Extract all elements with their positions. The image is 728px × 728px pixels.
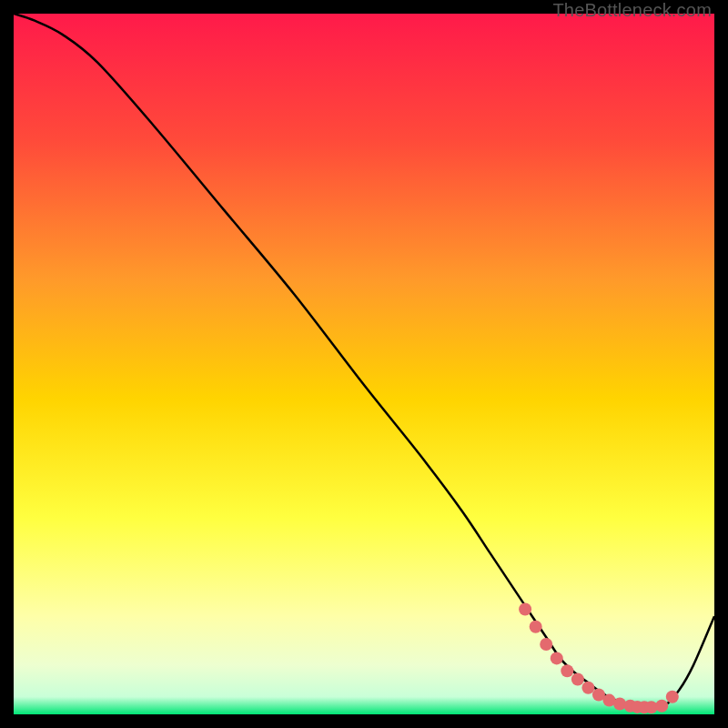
highlight-marker	[561, 664, 573, 677]
watermark-text: TheBottleneck.com	[552, 0, 712, 21]
curve-layer	[14, 14, 714, 714]
highlight-marker	[581, 682, 594, 694]
highlight-marker	[655, 700, 668, 713]
highlight-marker	[666, 691, 679, 703]
highlight-marker	[540, 638, 552, 651]
highlight-marker	[530, 621, 542, 633]
highlight-markers	[519, 603, 679, 714]
highlight-marker	[551, 652, 563, 664]
plot-area	[14, 14, 714, 714]
highlight-marker	[519, 603, 531, 616]
highlight-marker	[613, 697, 626, 710]
highlight-marker	[571, 673, 584, 686]
bottleneck-curve	[14, 14, 714, 708]
